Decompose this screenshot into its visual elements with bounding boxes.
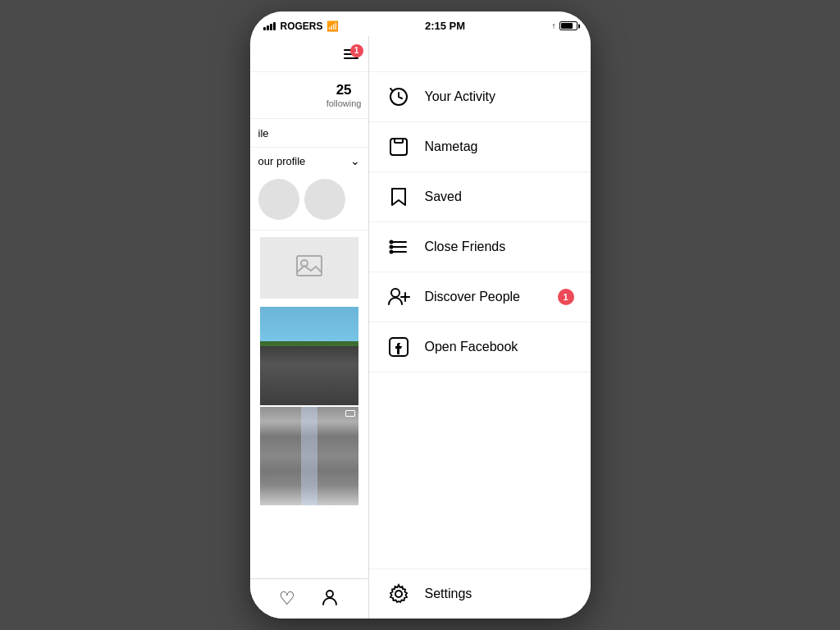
carrier-label: ROGERS [281,21,323,32]
svg-point-9 [389,240,393,244]
phone-container: ROGERS 📶 2:15 PM ↑ 1 [250,11,591,619]
stats-row: 25 following [250,72,368,119]
menu-item-nametag[interactable]: Nametag [369,122,591,172]
settings-item[interactable]: Settings [369,568,591,619]
svg-rect-4 [390,139,407,155]
status-left: ROGERS 📶 [263,21,339,32]
profile-nav-icon[interactable] [321,588,339,610]
settings-label: Settings [425,587,472,601]
photo-item-2[interactable] [260,407,358,505]
status-right: ↑ [552,21,578,30]
collapse-icon[interactable]: ⌄ [350,154,360,167]
svg-point-2 [326,591,333,597]
menu-item-saved[interactable]: Saved [369,172,591,222]
following-count: 25 [326,82,362,98]
menu-item-open-facebook[interactable]: Open Facebook [369,322,591,372]
nametag-icon [386,134,412,160]
signal-bar-2 [267,25,269,30]
menu-item-discover-people[interactable]: Discover People 1 [369,272,591,322]
your-profile-label: our profile [258,155,306,167]
open-facebook-label: Open Facebook [425,340,518,354]
location-icon: ↑ [552,21,556,30]
svg-point-16 [395,591,402,597]
your-profile-section: our profile ⌄ [250,148,368,231]
svg-point-12 [391,289,399,297]
svg-point-11 [389,250,393,254]
svg-rect-0 [297,256,322,276]
left-top-bar: 1 [250,36,368,72]
hamburger-badge: 1 [350,44,363,57]
nametag-label: Nametag [425,139,478,154]
your-activity-label: Your Activity [425,89,496,104]
main-content: 1 25 following ile our profile ⌄ [250,36,591,619]
wifi-icon: 📶 [326,21,339,32]
profile-label-row: ile [250,119,368,148]
your-profile-header: our profile ⌄ [258,154,360,167]
discover-people-label: Discover People [425,290,521,304]
close-friends-icon [386,234,412,260]
dropdown-header [369,36,591,72]
signal-bar-3 [270,24,272,30]
facebook-icon [386,334,412,360]
gear-icon [386,581,412,607]
hamburger-line-3 [344,57,358,59]
photo-grid [250,305,368,578]
bottom-nav: ♡ [250,578,368,619]
discover-people-badge: 1 [558,289,574,305]
hamburger-button[interactable]: 1 [344,49,358,59]
following-label: following [326,98,362,108]
avatar-1 [258,179,299,220]
menu-item-close-friends[interactable]: Close Friends [369,222,591,272]
menu-list: Your Activity Nametag [369,72,591,568]
battery-icon [559,21,578,30]
avatar-2 [304,179,345,220]
heart-icon[interactable]: ♡ [279,588,295,609]
activity-icon [386,84,412,110]
svg-rect-5 [395,139,403,143]
status-bar: ROGERS 📶 2:15 PM ↑ [250,11,591,36]
photo-item-1[interactable] [260,307,358,405]
svg-point-10 [389,245,393,249]
signal-bars [263,22,276,30]
person-add-icon [386,284,412,310]
photo-placeholder [260,237,358,299]
battery-fill [561,23,573,29]
signal-bar-1 [263,27,266,30]
status-time: 2:15 PM [425,20,465,32]
photo-placeholder-icon [294,251,324,285]
close-friends-label: Close Friends [425,240,506,254]
profile-avatars [258,176,360,223]
saved-label: Saved [425,189,462,204]
right-panel: Your Activity Nametag [369,36,591,619]
following-stat[interactable]: 25 following [326,82,362,108]
left-panel: 1 25 following ile our profile ⌄ [250,36,369,619]
menu-item-your-activity[interactable]: Your Activity [369,72,591,122]
signal-bar-4 [273,22,276,30]
profile-label: ile [258,127,269,139]
bookmark-icon [386,184,412,210]
